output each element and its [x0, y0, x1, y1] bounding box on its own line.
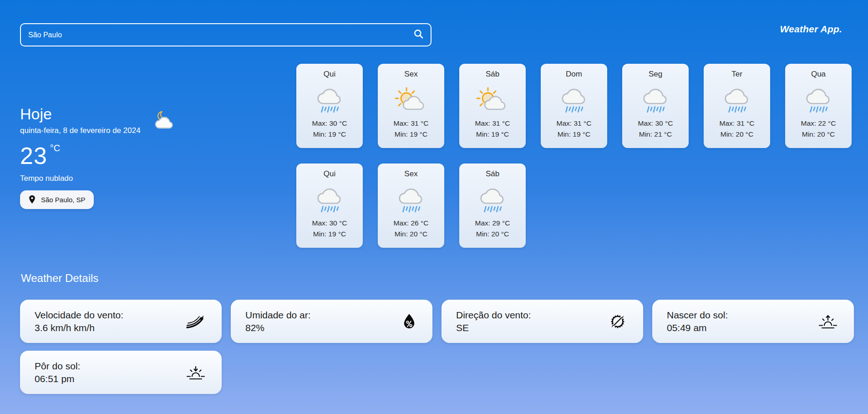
forecast-min: Min: 20 °C — [378, 229, 444, 240]
forecast-min: Min: 19 °C — [296, 229, 363, 240]
rain-cloud-icon — [785, 81, 852, 118]
rain-cloud-icon — [704, 81, 770, 118]
forecast-day: Qui — [296, 70, 363, 79]
forecast-min: Min: 21 °C — [622, 129, 689, 140]
location-badge: São Paulo, SP — [20, 190, 94, 209]
sunrise-icon — [818, 314, 838, 329]
detail-value: SE — [456, 322, 531, 334]
forecast-max: Max: 30 °C — [622, 118, 689, 129]
forecast-card: Sáb Max: 29 °C Min: 20 °C — [459, 164, 526, 248]
detail-label: Nascer do sol: — [667, 309, 728, 322]
forecast-min: Min: 19 °C — [378, 129, 444, 140]
app-logo: Weather App. — [780, 24, 842, 35]
forecast-card: Sáb Max: 31 °C Min: 19 °C — [459, 64, 526, 148]
detail-label: Velocidade do vento: — [35, 309, 123, 322]
search-icon — [413, 28, 425, 40]
detail-value: 06:51 pm — [35, 373, 80, 385]
today-date: quinta-feira, 8 de fevereiro de 2024 — [20, 126, 141, 135]
forecast-max: Max: 30 °C — [296, 118, 363, 129]
today-panel: Hoje quinta-feira, 8 de fevereiro de 202… — [20, 106, 141, 209]
detail-card-sunset: Pôr do sol: 06:51 pm — [20, 351, 222, 394]
forecast-min: Min: 19 °C — [296, 129, 363, 140]
detail-value: 3.6 km/h km/h — [35, 322, 123, 334]
forecast-max: Max: 22 °C — [785, 118, 852, 129]
forecast-card: Qua Max: 22 °C Min: 20 °C — [785, 64, 852, 148]
forecast-card: Sex Max: 26 °C Min: 20 °C — [378, 164, 444, 248]
wind-swoosh-icon — [186, 313, 205, 330]
forecast-min: Min: 20 °C — [785, 129, 852, 140]
weather-condition: Tempo nublado — [20, 174, 141, 183]
forecast-min: Min: 20 °C — [459, 229, 526, 240]
details-grid: Velocidade do vento: 3.6 km/h km/h Umida… — [20, 300, 860, 394]
sun-cloud-icon — [459, 81, 526, 118]
forecast-max: Max: 31 °C — [704, 118, 770, 129]
rain-cloud-icon — [622, 81, 689, 118]
forecast-day: Qua — [785, 70, 852, 79]
forecast-day: Sáb — [459, 169, 526, 179]
forecast-day: Sex — [378, 70, 444, 79]
detail-card-wind-direction: Direção do vento: SE — [442, 300, 643, 343]
rain-cloud-icon — [296, 81, 363, 118]
forecast-day: Ter — [704, 70, 770, 79]
search-bar — [20, 23, 431, 46]
forecast-card: Dom Max: 31 °C Min: 19 °C — [541, 64, 607, 148]
forecast-max: Max: 31 °C — [541, 118, 607, 129]
current-temperature: 23°C — [20, 143, 141, 168]
forecast-min: Min: 19 °C — [541, 129, 607, 140]
forecast-max: Max: 31 °C — [459, 118, 526, 129]
detail-label: Umidade do ar: — [245, 309, 311, 322]
temperature-unit: °C — [50, 143, 60, 153]
forecast-day: Seg — [622, 70, 689, 79]
forecast-day: Sáb — [459, 70, 526, 79]
forecast-max: Max: 26 °C — [378, 218, 444, 229]
forecast-max: Max: 29 °C — [459, 218, 526, 229]
forecast-min: Min: 19 °C — [459, 129, 526, 140]
rain-cloud-icon — [459, 180, 526, 218]
detail-card-humidity: Umidade do ar: 82% — [231, 300, 432, 343]
forecast-min: Min: 20 °C — [704, 129, 770, 140]
temperature-value: 23 — [20, 143, 47, 169]
forecast-day: Dom — [541, 70, 607, 79]
forecast-card: Qui Max: 30 °C Min: 19 °C — [296, 164, 363, 248]
forecast-card: Ter Max: 31 °C Min: 20 °C — [704, 64, 770, 148]
forecast-max: Max: 31 °C — [378, 118, 444, 129]
sunset-icon — [186, 365, 205, 380]
forecast-card: Seg Max: 30 °C Min: 21 °C — [622, 64, 689, 148]
forecast-max: Max: 30 °C — [296, 218, 363, 229]
detail-card-sunrise: Nascer do sol: 05:49 am — [652, 300, 854, 343]
detail-value: 82% — [245, 322, 311, 334]
detail-label: Pôr do sol: — [35, 360, 80, 373]
detail-label: Direção do vento: — [456, 309, 531, 322]
location-label: São Paulo, SP — [41, 196, 86, 204]
today-title: Hoje — [20, 106, 141, 123]
forecast-grid: Qui Max: 30 °C Min: 19 °C Sex Max: 31 °C… — [296, 64, 852, 248]
rain-cloud-icon — [541, 81, 607, 118]
rain-cloud-icon — [296, 180, 363, 218]
compass-icon — [609, 312, 627, 331]
details-heading: Weather Details — [21, 272, 98, 285]
forecast-day: Sex — [378, 169, 444, 179]
map-pin-icon — [28, 195, 36, 204]
rain-cloud-icon — [378, 180, 444, 218]
humidity-drop-icon — [402, 313, 416, 330]
detail-value: 05:49 am — [667, 322, 728, 334]
forecast-card: Sex Max: 31 °C Min: 19 °C — [378, 64, 444, 148]
search-input[interactable] — [20, 23, 431, 46]
sun-cloud-icon — [378, 81, 444, 118]
forecast-day: Qui — [296, 169, 363, 179]
detail-card-wind-speed: Velocidade do vento: 3.6 km/h km/h — [20, 300, 222, 343]
moon-cloud-icon — [149, 110, 173, 132]
search-button[interactable] — [411, 26, 427, 43]
forecast-card: Qui Max: 30 °C Min: 19 °C — [296, 64, 363, 148]
